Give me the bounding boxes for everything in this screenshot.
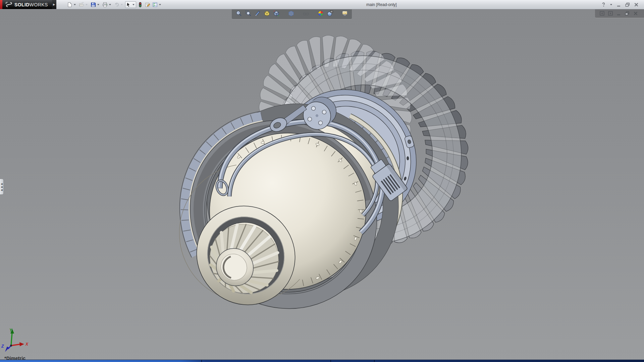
new-document-button[interactable]	[66, 1, 77, 8]
triad-origin	[10, 345, 12, 347]
title-bar: SOLIDWORKS ▶ main [Read-only]	[0, 0, 644, 9]
open-icon	[79, 2, 84, 7]
print-icon	[102, 2, 108, 7]
new-document-icon	[67, 2, 72, 7]
display-style-button[interactable]	[273, 10, 280, 18]
toolbar-separator	[282, 14, 285, 14]
hide-show-items-icon	[288, 10, 294, 18]
open-button[interactable]	[78, 1, 89, 8]
logo-text: SOLIDWORKS	[14, 2, 48, 7]
minimize-icon[interactable]	[616, 2, 622, 8]
hide-show-items-button[interactable]	[287, 10, 295, 18]
restore-icon[interactable]	[624, 10, 630, 16]
toolbar-separator	[336, 14, 339, 14]
edit-appearance-icon	[318, 10, 324, 18]
solidworks-logo-icon	[5, 2, 12, 8]
child-window-controls	[595, 9, 644, 18]
close-icon[interactable]	[633, 2, 639, 8]
dropdown-caret-icon[interactable]	[109, 4, 111, 5]
dropdown-caret-icon[interactable]	[132, 4, 135, 5]
section-view-icon	[255, 10, 261, 18]
jet-engine-model	[0, 9, 644, 362]
zoom-to-area-icon	[245, 10, 251, 18]
dropdown-caret-icon[interactable]	[74, 4, 76, 5]
save-icon	[91, 2, 96, 7]
solidworks-logo: SOLIDWORKS ▶	[0, 0, 56, 9]
dropdown-caret-icon[interactable]	[86, 4, 88, 5]
dropdown-caret-icon[interactable]	[97, 4, 99, 5]
undo-icon	[114, 2, 119, 7]
section-view-button[interactable]	[254, 10, 261, 18]
view-settings-button[interactable]	[341, 10, 348, 18]
main-toolbar	[56, 0, 163, 9]
select-tool-icon	[126, 2, 131, 7]
heads-up-view-toolbar	[232, 9, 352, 19]
apply-scene-button[interactable]	[326, 10, 334, 18]
solidworks-window: { "app": { "logo_bold": "SOLID", "logo_l…	[0, 0, 644, 362]
help-icon[interactable]	[600, 2, 606, 8]
note-edit-icon	[145, 2, 150, 7]
eyeglasses-icon	[303, 10, 309, 18]
save-button[interactable]	[90, 1, 101, 8]
eyeglasses-button[interactable]	[302, 10, 310, 18]
logo-red-stripe	[0, 0, 2, 9]
view-orientation-button[interactable]	[263, 10, 271, 18]
view-settings-icon	[342, 10, 348, 18]
note-edit-button[interactable]	[144, 1, 151, 8]
toolbar-separator	[312, 14, 315, 14]
graphics-viewport[interactable]: ◀ ◀ ◀ Y X Z *Dimetric	[0, 9, 644, 362]
zoom-to-fit-button[interactable]	[235, 10, 243, 18]
traffic-light-button[interactable]	[137, 1, 144, 8]
view-orientation-icon	[264, 10, 270, 18]
traffic-light-icon	[138, 2, 143, 7]
x-axis-label: X	[25, 342, 29, 347]
collapse-arrow-icon: ◀	[1, 189, 2, 191]
windows-taskbar-edge[interactable]	[0, 360, 644, 362]
checklist-icon	[152, 2, 158, 7]
undo-button[interactable]	[113, 1, 124, 8]
document-title: main [Read-only]	[163, 0, 600, 9]
print-button[interactable]	[102, 1, 113, 8]
collapse-arrow-icon: ◀	[1, 183, 2, 185]
help-caret[interactable]	[610, 4, 612, 5]
x-axis-arrow	[19, 342, 24, 346]
select-tool-button[interactable]	[125, 1, 136, 8]
restore-icon[interactable]	[625, 2, 631, 8]
feature-manager-collapse-tab[interactable]: ◀ ◀ ◀	[0, 179, 4, 195]
close-icon[interactable]	[633, 10, 639, 16]
zoom-to-area-button[interactable]	[245, 10, 252, 18]
minimize-icon[interactable]	[616, 10, 622, 16]
edit-appearance-button[interactable]	[317, 10, 324, 18]
pane-right-icon[interactable]	[607, 10, 613, 16]
display-style-icon	[273, 10, 279, 18]
window-controls	[600, 0, 644, 9]
y-axis-label: Y	[9, 328, 12, 333]
reference-triad: Y X Z	[0, 327, 37, 355]
z-axis-label: Z	[1, 344, 4, 349]
dropdown-caret-icon[interactable]	[121, 4, 123, 5]
pane-left-icon[interactable]	[599, 10, 605, 16]
toolbar-separator	[297, 14, 300, 14]
dropdown-caret-icon[interactable]	[159, 4, 161, 5]
menu-expand-arrow[interactable]: ▶	[52, 0, 56, 9]
apply-scene-icon	[327, 10, 333, 18]
collapse-arrow-icon: ◀	[1, 186, 2, 188]
checklist-button[interactable]	[152, 1, 163, 8]
zoom-to-fit-icon	[236, 10, 242, 18]
